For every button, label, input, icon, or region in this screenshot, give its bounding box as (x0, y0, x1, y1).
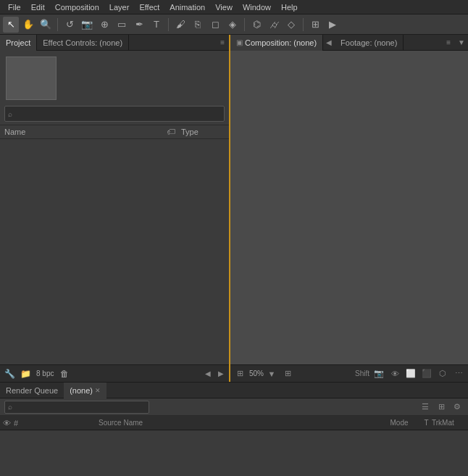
viewer-home-btn[interactable]: ⊞ (233, 367, 246, 380)
footage-tab-arrow[interactable]: ▼ (455, 38, 468, 46)
tl-solo-btn[interactable]: ☰ (419, 401, 432, 414)
delete-btn[interactable]: 🗑 (58, 367, 71, 380)
menu-animation[interactable]: Animation (164, 1, 210, 13)
zoom-tool-btn[interactable]: 🔍 (38, 17, 54, 33)
select-tool-btn[interactable]: ↖ (3, 17, 19, 33)
project-list[interactable] (0, 139, 229, 364)
left-panel: Project Effect Controls: (none) ≡ ⌕ Name… (0, 35, 230, 382)
project-bottom-toolbar: 🔧 📁 8 bpc 🗑 ◀ ▶ (0, 364, 229, 382)
shape-tool-btn[interactable]: ▭ (114, 17, 130, 33)
col-type-header: Type (181, 128, 225, 136)
project-search-input[interactable] (14, 109, 221, 118)
timeline-right-icons: ☰ ⊞ ⚙ (419, 401, 464, 414)
menu-edit[interactable]: Edit (26, 1, 50, 13)
text-tool-btn[interactable]: T (149, 17, 164, 33)
camera-tool-btn[interactable]: 📷 (79, 17, 95, 33)
menu-layer[interactable]: Layer (104, 1, 135, 13)
none-comp-label: (none) (70, 386, 93, 395)
menu-view[interactable]: View (210, 1, 238, 13)
effect-controls-tab[interactable]: Effect Controls: (none) (37, 35, 129, 51)
tl-columns-btn[interactable]: ⊞ (435, 401, 448, 414)
toolbar-sep-2 (168, 18, 169, 31)
bottom-section: Render Queue (none) ✕ ⌕ ☰ ⊞ ⚙ 👁 # (0, 382, 468, 476)
composition-tab[interactable]: ▣ Composition: (none) (230, 35, 323, 51)
left-panel-tabs: Project Effect Controls: (none) ≡ (0, 35, 229, 51)
transparency-btn[interactable]: ⬜ (404, 367, 417, 380)
project-panel: ⌕ Name 🏷 Type 🔧 📁 8 bpc 🗑 (0, 51, 229, 382)
menu-effect[interactable]: Effect (134, 1, 164, 13)
new-folder-btn[interactable]: 📁 (19, 367, 32, 380)
right-tab-arrow[interactable]: ◀ (323, 38, 335, 46)
top-section: Project Effect Controls: (none) ≡ ⌕ Name… (0, 35, 468, 382)
timeline-search-input[interactable] (14, 403, 146, 412)
hand-tool-btn[interactable]: ✋ (20, 17, 36, 33)
col-t: T (421, 419, 432, 427)
main-area: Project Effect Controls: (none) ≡ ⌕ Name… (0, 35, 468, 476)
zoom-dropdown-btn[interactable]: ▼ (265, 367, 278, 380)
none-comp-tab[interactable]: (none) ✕ (64, 383, 106, 398)
scroll-right-btn[interactable]: ▶ (216, 369, 226, 379)
preview-btn[interactable]: ▶ (325, 17, 340, 33)
tl-video-icon[interactable]: 👁 (3, 419, 11, 427)
project-tab[interactable]: Project (0, 35, 37, 51)
tl-settings-btn[interactable]: ⚙ (451, 401, 464, 414)
anchor-tool-btn[interactable]: ⊕ (96, 17, 112, 33)
menu-file[interactable]: File (3, 1, 26, 13)
roto-tool-btn[interactable]: ◈ (225, 17, 241, 33)
viewer-bottom-toolbar: ⊞ 50% ▼ ⊞ Shift 📷 👁 ⬜ ⬛ ⬡ ⋯ (230, 364, 468, 382)
3d-btn[interactable]: ⬡ (436, 367, 449, 380)
menu-bar: File Edit Composition Layer Effect Anima… (0, 0, 468, 14)
clone-tool-btn[interactable]: ⎘ (190, 17, 206, 33)
shift-label: Shift (355, 369, 369, 377)
footage-tab[interactable]: Footage: (none) (335, 35, 404, 51)
right-panel-tabs: ▣ Composition: (none) ◀ Footage: (none) … (230, 35, 468, 51)
col-source-name: Source Name (94, 419, 377, 427)
render-queue-label: Render Queue (6, 386, 58, 395)
project-search: ⌕ (4, 106, 225, 122)
puppet-tool-btn[interactable]: ⌬ (248, 17, 264, 33)
right-tab-menu[interactable]: ≡ (442, 38, 455, 46)
timeline-search-icon: ⌕ (8, 403, 12, 411)
col-trikmat: TrkMat (432, 419, 468, 427)
col-sort-icon[interactable]: 🏷 (167, 127, 175, 137)
search-icon: ⌕ (8, 110, 12, 118)
toolbar: ↖ ✋ 🔍 ↺ 📷 ⊕ ▭ ✒ T 🖌 ⎘ ◻ ◈ ⌬ ⌭ ◇ ⊞ ▶ (0, 14, 468, 35)
composition-icon: ▣ (236, 38, 243, 46)
more-btn[interactable]: ⋯ (452, 367, 465, 380)
snapshot-btn[interactable]: 📷 (372, 367, 385, 380)
menu-window[interactable]: Window (238, 1, 276, 13)
pen-tool-btn[interactable]: ✒ (131, 17, 147, 33)
puppet3-tool-btn[interactable]: ◇ (283, 17, 299, 33)
project-preview (6, 57, 57, 100)
col-name-header: Name (4, 128, 167, 136)
timeline-tabs: Render Queue (none) ✕ (0, 383, 468, 398)
tl-left-icons: 👁 # (0, 419, 94, 427)
composition-tab-label: Composition: (none) (245, 38, 317, 47)
col-mode: Mode (377, 419, 421, 427)
tab-close-btn[interactable]: ✕ (95, 387, 101, 394)
paint-tool-btn[interactable]: 🖌 (172, 17, 188, 33)
bpc-label: 8 bpc (36, 369, 54, 377)
timeline-columns: 👁 # Source Name Mode T TrkMat (0, 416, 468, 430)
puppet2-tool-btn[interactable]: ⌭ (266, 17, 282, 33)
right-panel: ▣ Composition: (none) ◀ Footage: (none) … (230, 35, 468, 382)
timeline-search-bar: ⌕ ☰ ⊞ ⚙ (0, 398, 468, 416)
tl-audio-icon[interactable]: # (14, 419, 18, 427)
menu-help[interactable]: Help (276, 1, 303, 13)
menu-composition[interactable]: Composition (50, 1, 104, 13)
interpret-footage-btn[interactable]: 🔧 (3, 367, 16, 380)
render-queue-tab[interactable]: Render Queue (0, 383, 64, 398)
scroll-left-btn[interactable]: ◀ (203, 369, 213, 379)
region-btn[interactable]: ⬛ (420, 367, 433, 380)
workspace-btn[interactable]: ⊞ (307, 17, 323, 33)
project-columns: Name 🏷 Type (0, 125, 229, 139)
grid-btn[interactable]: ⊞ (281, 367, 294, 380)
eraser-tool-btn[interactable]: ◻ (207, 17, 223, 33)
toolbar-sep-4 (303, 18, 304, 31)
panel-tab-menu[interactable]: ≡ (216, 38, 229, 46)
toolbar-sep-3 (244, 18, 245, 31)
rotate-tool-btn[interactable]: ↺ (62, 17, 78, 33)
zoom-label: 50% (249, 369, 264, 377)
timeline-search-box: ⌕ (4, 401, 149, 414)
show-snapshot-btn[interactable]: 👁 (388, 367, 401, 380)
